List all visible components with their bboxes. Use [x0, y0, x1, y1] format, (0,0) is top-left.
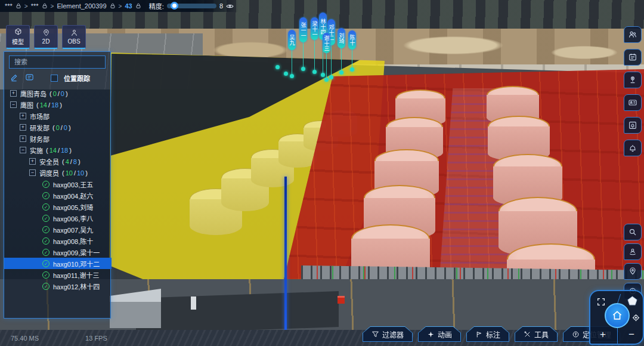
breadcrumb-item[interactable]: ***: [31, 2, 39, 10]
expander-icon[interactable]: +: [20, 124, 26, 131]
person-dot[interactable]: [312, 70, 317, 74]
person-label-pill[interactable]: 吴九: [288, 30, 296, 50]
member-row[interactable]: ✓haxg006,李八: [4, 212, 112, 224]
person-label-pill[interactable]: 陈十: [348, 30, 356, 50]
person-label-pill[interactable]: 刘琦: [338, 28, 345, 48]
cube-icon: [14, 27, 23, 36]
slider-thumb[interactable]: [171, 2, 178, 10]
person-dot[interactable]: [329, 75, 333, 79]
filter-button[interactable]: 过滤器: [363, 326, 413, 342]
list-view-icon[interactable]: [25, 73, 34, 84]
position-tracking-checkbox[interactable]: [51, 75, 58, 82]
alarm-cube: [338, 296, 345, 304]
lock-icon[interactable]: [42, 3, 48, 9]
person-dot[interactable]: [324, 78, 329, 82]
person-label-pill[interactable]: 梁十一: [311, 17, 318, 40]
marker-line: [292, 50, 292, 75]
alarm-bell-button[interactable]: [624, 140, 642, 156]
annotation-button[interactable]: 标注: [466, 326, 509, 342]
online-check-icon: ✓: [42, 181, 49, 188]
person-label-pill[interactable]: 谢十三: [323, 33, 330, 53]
person-dot[interactable]: [290, 74, 294, 78]
lock-icon[interactable]: [135, 3, 141, 9]
member-row[interactable]: ✓haxg008,陈十: [4, 235, 112, 246]
tree-node[interactable]: + 安全员 (4/8): [4, 156, 112, 167]
home-view-button[interactable]: [605, 303, 630, 328]
model-mode-button[interactable]: 模型: [6, 25, 30, 49]
tree-node[interactable]: + 研发部 (0/0): [4, 122, 112, 133]
member-row[interactable]: ✓haxg012,林十四: [4, 280, 112, 292]
member-row[interactable]: ✓haxg005,刘琦: [4, 201, 112, 212]
online-check-icon: ✓: [42, 192, 49, 199]
person-dot[interactable]: [275, 65, 280, 69]
compass-pentagon-button[interactable]: [625, 294, 639, 308]
marker-line: [341, 48, 342, 72]
personnel-list-button[interactable]: [624, 26, 642, 43]
visibility-eye-icon[interactable]: [226, 2, 234, 10]
precision-slider[interactable]: [167, 4, 216, 8]
breadcrumb-bar: *** > *** > Element_200399 > 43 精度: 8: [0, 0, 239, 12]
animation-button[interactable]: 动画: [418, 326, 461, 342]
2d-mode-button[interactable]: 2D: [34, 25, 58, 49]
fullscreen-button[interactable]: [595, 296, 607, 308]
expander-icon[interactable]: −: [20, 147, 26, 153]
camera-position-button[interactable]: [624, 72, 642, 88]
expander-icon[interactable]: −: [29, 169, 36, 176]
building-post: [191, 296, 196, 310]
breadcrumb-separator: >: [51, 3, 54, 10]
online-check-icon: ✓: [42, 237, 49, 245]
obs-mode-button[interactable]: OBS: [62, 25, 86, 49]
member-count: (14/18): [36, 101, 63, 109]
search-input[interactable]: [9, 55, 106, 69]
expander-icon[interactable]: +: [20, 135, 26, 142]
scene-search-button[interactable]: [624, 224, 642, 240]
breadcrumb-item[interactable]: Element_200399: [57, 2, 106, 10]
person-label-pill[interactable]: 张一一: [299, 17, 307, 42]
lock-icon[interactable]: [16, 3, 21, 9]
tree-node[interactable]: + 财务部: [4, 133, 112, 144]
expander-icon[interactable]: +: [20, 113, 26, 119]
mode-button-label: OBS: [67, 38, 80, 45]
expander-icon[interactable]: +: [10, 90, 17, 97]
app-window: 吴九 张一一 梁十一 林十四 邓十二 谢十三 刘琦 陈十 *** > *** >…: [0, 0, 644, 346]
expander-icon[interactable]: −: [10, 101, 17, 108]
person-dot[interactable]: [301, 67, 305, 71]
zoom-out-button[interactable]: −: [628, 329, 634, 339]
person-dot[interactable]: [350, 67, 354, 72]
frame-rate: 13 FPS: [85, 335, 107, 342]
expander-icon[interactable]: +: [29, 158, 36, 165]
member-row[interactable]: ✓haxg009,梁十一: [4, 246, 112, 258]
zoom-in-button[interactable]: +: [600, 329, 606, 339]
personnel-tree-panel: 位置跟踪 + 鹰图青岛 (0/0) − 鹰图 (14/18) + 市场部 + 研…: [4, 51, 111, 319]
person-dot[interactable]: [284, 72, 288, 76]
tree-node[interactable]: − 实施 (14/18): [4, 144, 112, 156]
online-check-icon: ✓: [42, 215, 49, 222]
schedule-card-button[interactable]: [624, 49, 642, 66]
tree-node[interactable]: + 鹰图青岛 (0/0): [4, 88, 112, 99]
member-row-selected[interactable]: ✓haxg010,邓十二: [4, 258, 112, 269]
person-dot[interactable]: [321, 73, 325, 77]
breadcrumb-item-active[interactable]: 43: [125, 2, 132, 10]
tree-node[interactable]: + 市场部: [4, 110, 112, 122]
member-row[interactable]: ✓haxg003,王五: [4, 178, 112, 190]
edit-pencil-icon[interactable]: [10, 73, 19, 84]
online-check-icon: ✓: [42, 283, 49, 290]
breadcrumb-item[interactable]: ***: [5, 2, 13, 10]
member-row[interactable]: ✓haxg004,赵六: [4, 190, 112, 201]
person-dot[interactable]: [339, 70, 343, 75]
badge-card-button[interactable]: [624, 94, 642, 111]
alarm-box-button[interactable]: [624, 117, 642, 134]
mode-button-label: 2D: [42, 38, 50, 45]
location-pin-button[interactable]: [624, 263, 642, 280]
tools-button[interactable]: 工具: [515, 326, 558, 342]
geofence-zone-red[interactable]: [280, 67, 644, 283]
member-count: (4/8): [61, 158, 81, 165]
lock-icon[interactable]: [110, 3, 116, 9]
tree-node[interactable]: − 调度员 (10/10): [4, 167, 112, 178]
tree-node[interactable]: − 鹰图 (14/18): [4, 99, 112, 110]
person-locate-button[interactable]: [624, 243, 642, 260]
target-crosshair-button[interactable]: [630, 311, 642, 323]
member-row[interactable]: ✓haxg007,吴九: [4, 224, 112, 235]
funnel-icon: [371, 330, 379, 338]
member-row[interactable]: ✓haxg011,谢十三: [4, 269, 112, 280]
